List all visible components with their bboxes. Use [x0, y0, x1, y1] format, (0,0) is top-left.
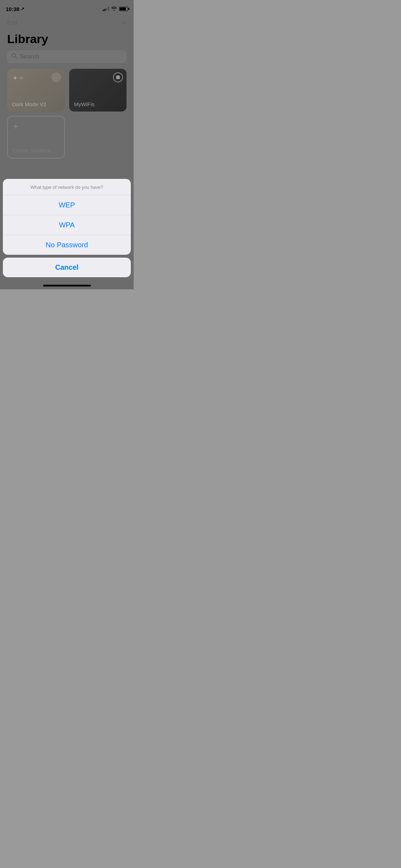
action-sheet-wep[interactable]: WEP — [3, 195, 131, 215]
action-sheet-container: What type of network do you have? WEP WP… — [0, 179, 134, 289]
action-sheet-title: What type of network do you have? — [3, 179, 131, 195]
action-sheet-cancel[interactable]: Cancel — [3, 258, 131, 277]
action-sheet-no-password[interactable]: No Password — [3, 235, 131, 255]
home-indicator — [43, 285, 91, 286]
action-sheet-main: What type of network do you have? WEP WP… — [3, 179, 131, 255]
action-sheet-wpa[interactable]: WPA — [3, 215, 131, 235]
